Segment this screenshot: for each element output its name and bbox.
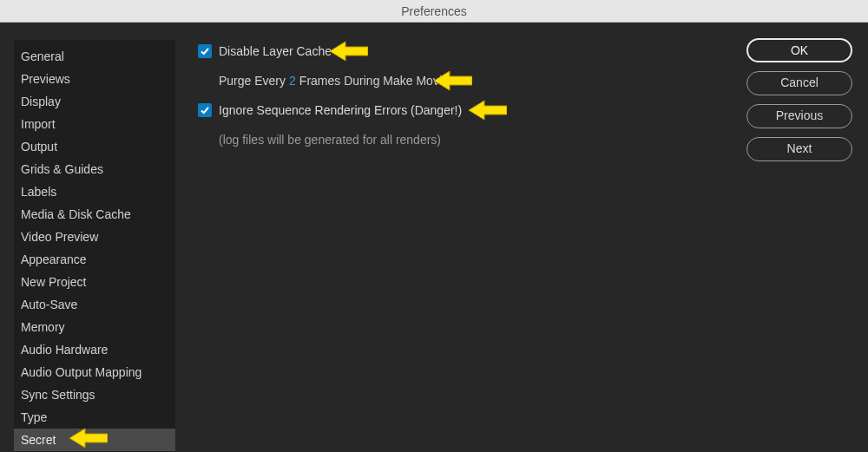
sidebar-item-label: Type bbox=[21, 410, 47, 424]
sidebar-item-label: Import bbox=[21, 117, 56, 131]
hint-row: (log files will be generated for all ren… bbox=[198, 130, 738, 149]
sidebar-item-label: Grids & Guides bbox=[21, 162, 103, 176]
svg-marker-3 bbox=[469, 101, 507, 120]
sidebar-item-grids-guides[interactable]: Grids & Guides bbox=[14, 158, 175, 180]
sidebar-item-label: Secret bbox=[21, 433, 56, 447]
sidebar-item-label: Audio Output Mapping bbox=[21, 365, 141, 379]
disable-layer-cache-row: Disable Layer Cache bbox=[198, 42, 738, 61]
sidebar-item-label: Sync Settings bbox=[21, 388, 95, 402]
purge-every-row: Purge Every 2 Frames During Make Movie bbox=[198, 71, 738, 90]
svg-marker-0 bbox=[69, 429, 108, 448]
sidebar-item-sync-settings[interactable]: Sync Settings bbox=[14, 383, 175, 406]
sidebar-item-display[interactable]: Display bbox=[14, 90, 175, 113]
sidebar-item-secret[interactable]: Secret bbox=[14, 429, 175, 451]
sidebar-item-media-disk-cache[interactable]: Media & Disk Cache bbox=[14, 203, 175, 226]
hint-text: (log files will be generated for all ren… bbox=[198, 133, 441, 147]
cancel-button[interactable]: Cancel bbox=[746, 71, 852, 95]
sidebar-item-label: General bbox=[21, 49, 64, 63]
sidebar-item-memory[interactable]: Memory bbox=[14, 316, 175, 338]
button-label: OK bbox=[791, 43, 808, 57]
button-label: Cancel bbox=[780, 75, 819, 89]
sidebar-item-previews[interactable]: Previews bbox=[14, 68, 175, 90]
sidebar-item-auto-save[interactable]: Auto-Save bbox=[14, 293, 175, 316]
sidebar-item-label: Labels bbox=[21, 185, 56, 199]
settings-panel: Disable Layer Cache Purge Every 2 Frames… bbox=[175, 23, 746, 452]
ok-button[interactable]: OK bbox=[746, 38, 852, 62]
disable-layer-cache-label: Disable Layer Cache bbox=[219, 44, 332, 58]
window-titlebar: Preferences bbox=[0, 0, 868, 23]
window-title: Preferences bbox=[401, 4, 466, 18]
ignore-errors-row: Ignore Sequence Rendering Errors (Danger… bbox=[198, 101, 738, 120]
sidebar-item-type[interactable]: Type bbox=[14, 406, 175, 429]
sidebar-item-label: Previews bbox=[21, 72, 70, 86]
button-label: Next bbox=[787, 141, 812, 155]
sidebar-item-new-project[interactable]: New Project bbox=[14, 271, 175, 293]
dialog-buttons: OK Cancel Previous Next bbox=[746, 23, 868, 452]
sidebar-item-audio-output-mapping[interactable]: Audio Output Mapping bbox=[14, 361, 175, 383]
checkmark-icon bbox=[200, 105, 210, 115]
sidebar-item-label: New Project bbox=[21, 275, 86, 289]
next-button[interactable]: Next bbox=[746, 137, 852, 161]
sidebar-item-label: Auto-Save bbox=[21, 298, 77, 311]
sidebar-item-audio-hardware[interactable]: Audio Hardware bbox=[14, 338, 175, 361]
sidebar-item-label: Appearance bbox=[21, 252, 87, 266]
sidebar-item-label: Display bbox=[21, 95, 61, 108]
sidebar-item-appearance[interactable]: Appearance bbox=[14, 248, 175, 271]
disable-layer-cache-checkbox[interactable] bbox=[198, 44, 212, 58]
category-sidebar: General Previews Display Import Output G… bbox=[14, 40, 175, 452]
annotation-arrow-icon bbox=[469, 99, 507, 121]
sidebar-item-label: Media & Disk Cache bbox=[21, 207, 131, 221]
sidebar-item-output[interactable]: Output bbox=[14, 135, 175, 158]
sidebar-item-label: Video Preview bbox=[21, 230, 98, 244]
annotation-arrow-icon bbox=[69, 427, 108, 449]
ignore-errors-checkbox[interactable] bbox=[198, 103, 212, 117]
annotation-arrow-icon bbox=[330, 40, 368, 62]
svg-marker-1 bbox=[330, 42, 368, 61]
sidebar-item-label: Memory bbox=[21, 320, 65, 334]
sidebar-item-import[interactable]: Import bbox=[14, 113, 175, 135]
previous-button[interactable]: Previous bbox=[746, 104, 852, 128]
sidebar-item-general[interactable]: General bbox=[14, 45, 175, 68]
sidebar-item-video-preview[interactable]: Video Preview bbox=[14, 226, 175, 248]
checkmark-icon bbox=[200, 46, 210, 56]
sidebar-item-label: Audio Hardware bbox=[21, 343, 108, 357]
purge-after-label: Frames During Make Movie bbox=[299, 74, 449, 88]
purge-value[interactable]: 2 bbox=[289, 74, 296, 88]
purge-before-label: Purge Every bbox=[219, 74, 286, 88]
sidebar-item-labels[interactable]: Labels bbox=[14, 180, 175, 203]
ignore-errors-label: Ignore Sequence Rendering Errors (Danger… bbox=[219, 103, 462, 117]
sidebar-item-label: Output bbox=[21, 140, 57, 154]
button-label: Previous bbox=[776, 108, 823, 122]
preferences-body: General Previews Display Import Output G… bbox=[0, 23, 868, 452]
